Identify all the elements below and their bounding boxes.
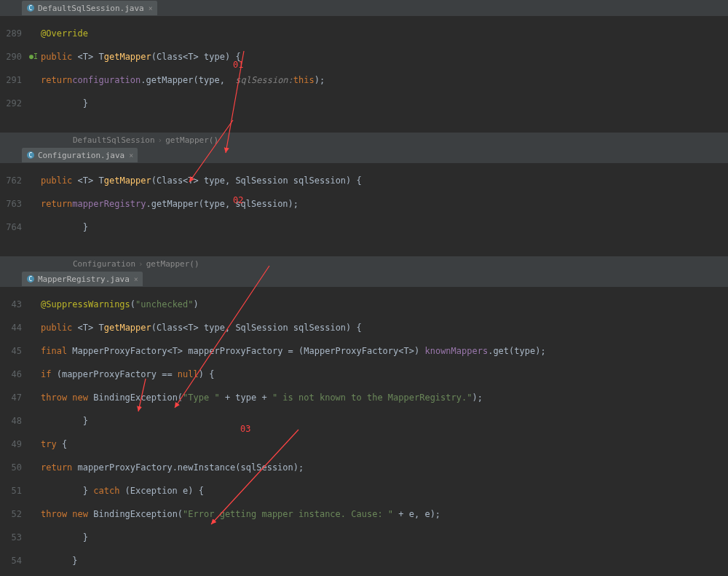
svg-text:C: C xyxy=(29,5,33,12)
tab-label: Configuration.java xyxy=(38,151,124,160)
annotation-03: 03 xyxy=(240,424,250,434)
code-area[interactable]: 762 public <T> T getMapper(Class<T> type… xyxy=(0,163,728,256)
svg-text:C: C xyxy=(29,152,33,159)
breadcrumb[interactable]: DefaultSqlSession›getMapper() xyxy=(0,133,728,147)
editor-stack: C DefaultSqlSession.java × 289 @Override… xyxy=(0,0,728,576)
tab-bar: C Configuration.java × xyxy=(0,147,728,163)
close-icon[interactable]: × xyxy=(134,275,138,283)
panel-mapperregistry: C MapperRegistry.java × 43 @SuppressWarn… xyxy=(0,271,728,576)
code-area[interactable]: 289 @Override 290●I public <T> T getMapp… xyxy=(0,16,728,133)
tab-bar: C MapperRegistry.java × xyxy=(0,271,728,287)
svg-text:C: C xyxy=(29,276,33,283)
java-class-icon: C xyxy=(26,4,35,12)
tab-configuration[interactable]: C Configuration.java × xyxy=(22,148,138,162)
close-icon[interactable]: × xyxy=(149,4,153,12)
java-class-icon: C xyxy=(26,151,35,159)
close-icon[interactable]: × xyxy=(129,151,133,159)
annotation-01: 01 xyxy=(233,60,243,70)
java-class-icon: C xyxy=(26,275,35,283)
tab-label: DefaultSqlSession.java xyxy=(38,4,144,13)
breadcrumb[interactable]: Configuration›getMapper() xyxy=(0,256,728,271)
tab-mapperregistry[interactable]: C MapperRegistry.java × xyxy=(22,272,143,286)
panel-defaultsqlsession: C DefaultSqlSession.java × 289 @Override… xyxy=(0,0,728,147)
code-area[interactable]: 43 @SuppressWarnings("unchecked") 44 pub… xyxy=(0,287,728,576)
panel-configuration: C Configuration.java × 762 public <T> T … xyxy=(0,147,728,271)
tab-label: MapperRegistry.java xyxy=(38,275,130,284)
tab-defaultsqlsession[interactable]: C DefaultSqlSession.java × xyxy=(22,1,157,15)
tab-bar: C DefaultSqlSession.java × xyxy=(0,0,728,16)
annotation-02: 02 xyxy=(233,195,243,205)
